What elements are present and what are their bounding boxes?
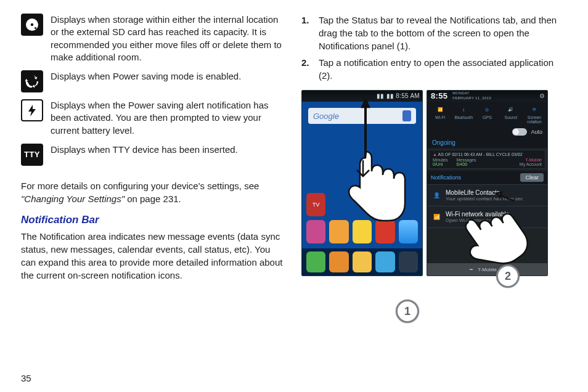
svg-line-7: [496, 194, 514, 201]
left-column: Displays when storage within either the …: [21, 14, 287, 386]
auto-label: Auto: [531, 129, 542, 135]
icon-row-storage: Displays when storage within either the …: [21, 14, 287, 63]
icon-row-power-save: Displays when Power saving mode is enabl…: [21, 70, 287, 92]
tap-arrow-icon: [489, 189, 518, 206]
ongoing-label: Ongoing: [427, 137, 547, 148]
settings-gear-icon[interactable]: ⚙: [539, 91, 545, 102]
toggle-gps[interactable]: ◎GPS: [476, 104, 498, 124]
quick-toggles: 📶Wi-Fi ᚼBluetooth ◎GPS 🔊Sound ⟳Screen ro…: [427, 102, 547, 126]
toggle-sound[interactable]: 🔊Sound: [500, 104, 522, 124]
tty-label: TTY: [24, 150, 40, 159]
svg-point-1: [31, 23, 33, 26]
drag-hand-icon: [338, 99, 419, 271]
usage-card[interactable]: ▲ AS OF 02/11 06:43 AM - BILL CYCLE 03/0…: [429, 150, 545, 169]
wifi-icon: 📶: [431, 211, 442, 223]
callout-1: 1: [396, 300, 419, 323]
power-saving-alert-icon: [21, 99, 43, 121]
ref-lead: For more details on configuring your dev…: [21, 181, 259, 191]
search-placeholder: Google: [313, 112, 339, 121]
status-day: MONDAY: [452, 91, 470, 95]
page-number: 35: [21, 373, 31, 383]
right-column: 1. Tap the Status bar to reveal the Noti…: [301, 14, 567, 386]
svg-marker-3: [28, 105, 36, 116]
app-tmobile-tv[interactable]: [306, 220, 325, 243]
icon-desc-storage: Displays when storage within either the …: [51, 14, 287, 63]
clear-button[interactable]: Clear: [520, 173, 544, 182]
step-1-num: 1.: [301, 14, 312, 52]
icon-row-tty: TTY Displays when TTY device has been in…: [21, 144, 287, 166]
brightness-row[interactable]: Auto: [427, 126, 547, 137]
toggle-rotation[interactable]: ⟳Screen rotation: [523, 104, 545, 124]
status-time-2: 8:55: [431, 91, 447, 102]
step-list: 1. Tap the Status bar to reveal the Noti…: [301, 14, 567, 82]
figure-notification-bar: ▮▮ ▮▮ 8:55 AM Google TV: [301, 90, 567, 276]
step-2-num: 2.: [301, 56, 312, 82]
callout-2: 2: [496, 264, 520, 288]
tty-icon: TTY: [21, 144, 43, 166]
status-date: FEBRUARY 11, 2013: [452, 96, 491, 100]
section-body-notification-bar: The Notification area indicates new mess…: [21, 230, 287, 282]
step-1: 1. Tap the Status bar to reveal the Noti…: [301, 14, 567, 52]
ref-tail: on page 231.: [125, 194, 181, 204]
down-arrow-icon: [351, 159, 375, 180]
auto-brightness-switch[interactable]: [512, 128, 527, 136]
dock-phone[interactable]: [306, 251, 325, 272]
configure-settings-reference: For more details on configuring your dev…: [21, 179, 287, 205]
notifications-label: Notifications: [431, 174, 461, 181]
step-2: 2. Tap a notification entry to open the …: [301, 56, 567, 82]
power-saving-icon: [21, 70, 43, 92]
contacts-icon: 👤: [431, 190, 442, 201]
icon-desc-power-alert: Displays when the Power saving alert not…: [51, 99, 287, 137]
step-1-text: Tap the Status bar to reveal the Notific…: [319, 14, 567, 52]
icon-desc-tty: Displays when TTY device has been insert…: [51, 144, 238, 156]
icon-row-power-alert: Displays when the Power saving alert not…: [21, 99, 287, 137]
app-tv[interactable]: TV: [306, 193, 325, 216]
svg-marker-5: [362, 99, 369, 107]
icon-desc-power-save: Displays when Power saving mode is enabl…: [51, 70, 241, 83]
svg-point-2: [35, 27, 36, 29]
toggle-bluetooth[interactable]: ᚼBluetooth: [452, 104, 475, 124]
section-title-notification-bar: Notification Bar: [21, 214, 287, 226]
usage-line1: AS OF 02/11 06:43 AM - BILL CYCLE 03/02: [438, 152, 523, 157]
step-2-text: Tap a notification entry to open the ass…: [319, 56, 567, 82]
storage-full-icon: [21, 14, 43, 36]
status-bar-2: 8:55 MONDAY FEBRUARY 11, 2013 ⚙: [427, 91, 547, 102]
ref-title: "Changing Your Settings": [21, 194, 125, 204]
toggle-wifi[interactable]: 📶Wi-Fi: [429, 104, 451, 124]
